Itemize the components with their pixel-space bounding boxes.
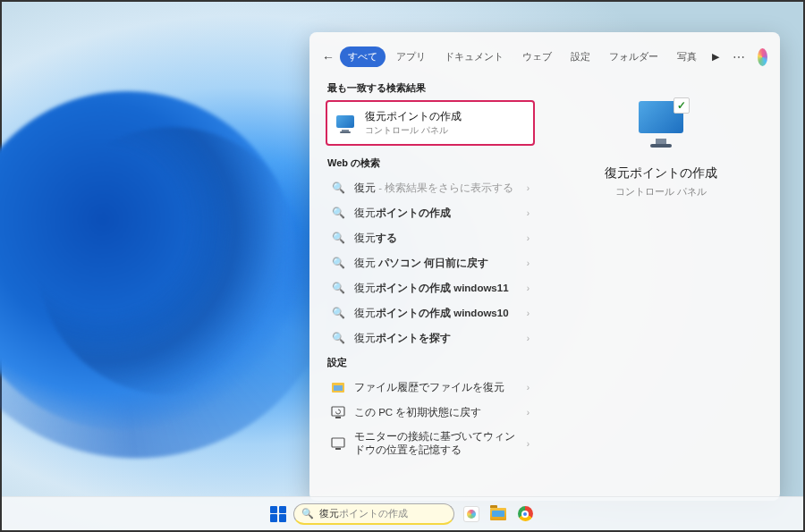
chevron-right-icon: ›: [527, 408, 530, 418]
web-result-label: 復元ポイントの作成 windows11: [354, 282, 509, 295]
web-result-item[interactable]: 🔍復元ポイントの作成 windows10›: [326, 300, 535, 325]
search-icon: 🔍: [331, 256, 345, 270]
preview-pane: ✓ 復元ポイントの作成 コントロール パネル: [542, 76, 780, 490]
panel-body: 最も一致する検索結果 復元ポイントの作成 コントロール パネル Web の検索 …: [309, 76, 780, 490]
section-heading-web: Web の検索: [327, 156, 535, 170]
file-history-icon: [331, 380, 345, 394]
back-button[interactable]: ←: [322, 50, 335, 64]
panel-header: ← すべて アプリ ドキュメント ウェブ 設定 フォルダー 写真 ▶ ⋯: [309, 43, 780, 76]
reset-pc-icon: [331, 405, 345, 419]
search-icon: 🔍: [331, 281, 345, 295]
search-icon: 🔍: [301, 508, 314, 519]
tab-documents[interactable]: ドキュメント: [436, 46, 512, 67]
search-icon: 🔍: [331, 231, 345, 245]
web-result-item[interactable]: 🔍復元ポイントの作成›: [326, 200, 535, 225]
tabs-next-button[interactable]: ▶: [708, 51, 724, 63]
search-icon: 🔍: [331, 306, 345, 320]
section-heading-best-match: 最も一致する検索結果: [327, 81, 535, 95]
chevron-right-icon: ›: [527, 439, 530, 449]
tab-all[interactable]: すべて: [340, 46, 386, 67]
best-match-text: 復元ポイントの作成 コントロール パネル: [365, 109, 462, 137]
taskbar-search-box[interactable]: 🔍 復元ポイントの作成: [293, 503, 454, 525]
tab-web[interactable]: ウェブ: [514, 46, 560, 67]
desktop-wallpaper: ← すべて アプリ ドキュメント ウェブ 設定 フォルダー 写真 ▶ ⋯ 最も一…: [0, 0, 805, 532]
taskbar-copilot-button[interactable]: [462, 504, 481, 524]
settings-results-list: ファイル履歴でファイルを復元›この PC を初期状態に戻す›モニターの接続に基づ…: [326, 375, 535, 462]
search-icon: 🔍: [331, 206, 345, 220]
best-match-title: 復元ポイントの作成: [365, 109, 462, 124]
preview-app-icon: ✓: [632, 101, 690, 149]
svg-rect-3: [335, 417, 341, 418]
start-button[interactable]: [270, 506, 286, 522]
web-result-item[interactable]: 🔍復元する›: [326, 225, 535, 250]
settings-result-item[interactable]: この PC を初期状態に戻す›: [326, 400, 535, 425]
chevron-right-icon: ›: [527, 334, 530, 343]
web-result-label: 復元ポイントの作成 windows10: [354, 307, 509, 320]
best-match-subtitle: コントロール パネル: [365, 124, 462, 137]
svg-rect-5: [335, 448, 341, 450]
more-options-button[interactable]: ⋯: [729, 50, 749, 64]
web-result-label: 復元する: [354, 232, 397, 245]
settings-result-label: この PC を初期状態に戻す: [354, 406, 481, 419]
svg-rect-1: [334, 385, 343, 391]
system-restore-icon: [336, 115, 356, 131]
chevron-right-icon: ›: [527, 208, 530, 218]
web-result-item[interactable]: 🔍復元ポイントの作成 windows11›: [326, 275, 535, 300]
tab-settings[interactable]: 設定: [563, 46, 598, 67]
checkmark-icon: ✓: [674, 97, 690, 114]
chevron-right-icon: ›: [527, 283, 530, 293]
chevron-right-icon: ›: [527, 233, 530, 243]
web-result-label: 復元 - 検索結果をさらに表示する: [354, 182, 513, 195]
web-result-item[interactable]: 🔍復元ポイントを探す›: [326, 325, 535, 350]
taskbar-explorer-button[interactable]: [488, 504, 508, 524]
section-heading-settings: 設定: [327, 356, 535, 369]
taskbar-chrome-button[interactable]: [515, 504, 535, 524]
tab-apps[interactable]: アプリ: [388, 46, 434, 67]
web-result-item[interactable]: 🔍復元 パソコン 何日前に戻す›: [326, 250, 535, 275]
search-suggestion: ポイントの作成: [339, 507, 408, 520]
settings-result-item[interactable]: モニターの接続に基づいてウィンドウの位置を記憶する›: [326, 425, 535, 462]
svg-rect-4: [332, 438, 344, 447]
search-results-panel: ← すべて アプリ ドキュメント ウェブ 設定 フォルダー 写真 ▶ ⋯ 最も一…: [309, 32, 780, 501]
web-result-item[interactable]: 🔍復元 - 検索結果をさらに表示する›: [326, 175, 535, 200]
taskbar: 🔍 復元ポイントの作成: [2, 496, 803, 530]
web-results-list: 🔍復元 - 検索結果をさらに表示する›🔍復元ポイントの作成›🔍復元する›🔍復元 …: [326, 175, 535, 350]
web-result-label: 復元ポイントの作成: [354, 207, 451, 220]
chevron-right-icon: ›: [527, 258, 530, 268]
settings-result-label: モニターの接続に基づいてウィンドウの位置を記憶する: [354, 430, 518, 457]
search-icon: 🔍: [331, 331, 345, 345]
web-result-label: 復元 パソコン 何日前に戻す: [354, 257, 488, 270]
best-match-result[interactable]: 復元ポイントの作成 コントロール パネル: [326, 100, 535, 146]
chevron-right-icon: ›: [527, 383, 530, 393]
filter-tabs: すべて アプリ ドキュメント ウェブ 設定 フォルダー 写真 ▶: [340, 46, 724, 67]
settings-result-label: ファイル履歴でファイルを復元: [354, 381, 504, 394]
tab-folders[interactable]: フォルダー: [601, 46, 666, 67]
copilot-icon[interactable]: [758, 48, 767, 66]
preview-subtitle: コントロール パネル: [615, 185, 707, 198]
preview-title: 復元ポイントの作成: [605, 165, 717, 182]
chevron-right-icon: ›: [527, 183, 530, 193]
search-typed: 復元: [319, 507, 339, 520]
results-left-pane: 最も一致する検索結果 復元ポイントの作成 コントロール パネル Web の検索 …: [309, 76, 542, 490]
search-icon: 🔍: [331, 181, 345, 195]
tab-photos[interactable]: 写真: [669, 46, 705, 67]
settings-result-item[interactable]: ファイル履歴でファイルを復元›: [326, 375, 535, 400]
chevron-right-icon: ›: [527, 308, 530, 318]
search-query-display: 復元ポイントの作成: [319, 507, 408, 520]
web-result-label: 復元ポイントを探す: [354, 332, 451, 345]
monitor-pos-icon: [331, 436, 345, 451]
